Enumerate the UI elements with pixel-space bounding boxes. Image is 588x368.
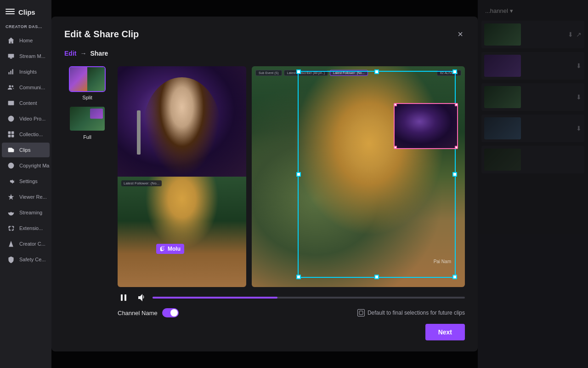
sidebar-item-extensions[interactable]: Extensio... bbox=[2, 221, 50, 236]
progress-fill bbox=[153, 297, 277, 299]
download-button-3[interactable]: ⬇ bbox=[576, 93, 582, 101]
handle-bm[interactable] bbox=[374, 275, 379, 279]
sidebar-item-settings[interactable]: Settings bbox=[2, 174, 50, 189]
sidebar-item-home[interactable]: Home bbox=[2, 33, 50, 48]
share-button-1[interactable]: ↗ bbox=[576, 31, 582, 38]
split-layout-thumb[interactable] bbox=[69, 66, 106, 92]
full-layout-thumb[interactable] bbox=[69, 106, 106, 132]
sidebar-item-stream-manager[interactable]: Stream M... bbox=[2, 49, 50, 63]
menu-icon[interactable] bbox=[6, 9, 15, 16]
download-button-4[interactable]: ⬇ bbox=[576, 125, 582, 132]
right-preview: Sub Event (S) Latest Subscriber (All pri… bbox=[252, 66, 465, 287]
sidebar-item-streaming[interactable]: Streaming bbox=[2, 205, 50, 220]
edit-area: Split Full bbox=[64, 66, 465, 340]
svg-rect-17 bbox=[121, 294, 123, 301]
modal-overlay: Edit & Share Clip × Edit → Share bbox=[51, 0, 478, 368]
sidebar-item-collections[interactable]: Collectio... bbox=[2, 127, 50, 142]
left-preview: Latest Follower: (No... Molu bbox=[118, 66, 246, 287]
handle-tr[interactable] bbox=[452, 69, 457, 74]
sidebar-item-insights[interactable]: Insights bbox=[2, 64, 50, 79]
streamer-name: Molu bbox=[168, 246, 181, 252]
nav-label-collections: Collectio... bbox=[19, 132, 43, 137]
clip-card-2: ⬇ bbox=[481, 52, 584, 80]
modal-header: Edit & Share Clip × bbox=[64, 28, 465, 40]
sidebar-item-safety[interactable]: Safety Ce... bbox=[2, 252, 50, 267]
breadcrumb: Edit → Share bbox=[64, 50, 465, 57]
button-row: Next bbox=[118, 324, 465, 340]
next-button[interactable]: Next bbox=[425, 324, 465, 340]
split-left-preview bbox=[70, 67, 87, 91]
svg-point-4 bbox=[9, 85, 11, 87]
pip-handle-tl[interactable] bbox=[394, 103, 397, 106]
game-view-small: Latest Follower: (No... Molu bbox=[118, 177, 246, 287]
clip-thumb-2 bbox=[484, 55, 521, 77]
pip-overlay[interactable] bbox=[394, 103, 458, 149]
svg-rect-1 bbox=[8, 72, 9, 75]
clip-actions-2: ⬇ bbox=[576, 62, 582, 69]
layout-option-full[interactable]: Full bbox=[64, 106, 110, 140]
modal-title: Edit & Share Clip bbox=[64, 29, 139, 40]
handle-mr[interactable] bbox=[452, 172, 457, 177]
pause-button[interactable] bbox=[118, 292, 130, 304]
channel-name-toggle[interactable] bbox=[162, 308, 179, 317]
sidebar-item-video-producer[interactable]: Video Pro... bbox=[2, 111, 50, 126]
svg-rect-0 bbox=[8, 54, 14, 58]
progress-bar[interactable] bbox=[153, 297, 465, 299]
svg-rect-3 bbox=[12, 69, 13, 74]
clip-thumb-3 bbox=[484, 86, 521, 108]
clip-actions-4: ⬇ bbox=[576, 125, 582, 132]
channel-name-label: Channel Name bbox=[118, 310, 158, 316]
download-button-1[interactable]: ⬇ bbox=[568, 31, 573, 38]
selection-box[interactable] bbox=[298, 71, 456, 278]
map-label: Pai Nam bbox=[434, 259, 451, 264]
sidebar-item-copyright[interactable]: © Copyright Manager bbox=[2, 158, 50, 173]
modal-close-button[interactable]: × bbox=[456, 28, 465, 40]
download-button-2[interactable]: ⬇ bbox=[576, 62, 582, 69]
svg-rect-8 bbox=[8, 132, 11, 134]
right-sidebar-header: ...hannel ▾ bbox=[481, 4, 584, 18]
volume-button[interactable] bbox=[135, 292, 147, 304]
default-icon bbox=[357, 309, 365, 316]
pip-handle-bl[interactable] bbox=[394, 146, 397, 149]
svg-rect-2 bbox=[10, 71, 11, 75]
chevron-down-icon: ▾ bbox=[510, 7, 513, 14]
latest-follower-text: Latest Follower: (No... bbox=[124, 181, 159, 185]
handle-tm[interactable] bbox=[374, 69, 379, 74]
pip-handle-tr[interactable] bbox=[455, 103, 458, 106]
svg-rect-16 bbox=[164, 247, 164, 249]
channel-dropdown[interactable]: ...hannel ▾ bbox=[485, 7, 513, 14]
sidebar-item-clips[interactable]: Clips bbox=[2, 143, 50, 157]
pip-handle-br[interactable] bbox=[455, 146, 458, 149]
handle-br[interactable] bbox=[452, 275, 457, 279]
nav-label-community: Communi... bbox=[19, 85, 45, 90]
handle-tl[interactable] bbox=[296, 69, 301, 74]
handle-ml[interactable] bbox=[296, 172, 301, 177]
nav-label-copyright: Copyright Manager bbox=[19, 163, 50, 168]
breadcrumb-share: Share bbox=[90, 50, 108, 57]
full-layout-label: Full bbox=[83, 134, 91, 140]
nav-label-home: Home bbox=[19, 38, 33, 43]
sidebar-item-viewer-rewards[interactable]: Viewer Re... bbox=[2, 190, 50, 204]
nav-label-safety: Safety Ce... bbox=[19, 257, 45, 262]
preview-container: Latest Follower: (No... Molu bbox=[118, 66, 465, 340]
sidebar-item-content[interactable]: Content bbox=[2, 96, 50, 110]
nav-label-extensions: Extensio... bbox=[19, 225, 43, 231]
nav-label-creator-camp: Creator C... bbox=[19, 241, 45, 247]
right-sidebar: ...hannel ▾ ⬇ ↗ ⬇ ⬇ ⬇ bbox=[478, 0, 588, 368]
nav-label-content: Content bbox=[19, 100, 37, 106]
sidebar-item-creator-camp[interactable]: Creator C... bbox=[2, 236, 50, 251]
clip-thumb-1 bbox=[484, 23, 521, 46]
breadcrumb-edit[interactable]: Edit bbox=[64, 50, 76, 57]
clip-card-3: ⬇ bbox=[481, 83, 584, 111]
clip-card-4: ⬇ bbox=[481, 115, 584, 142]
split-right-preview bbox=[87, 67, 105, 91]
streamer-cam-view bbox=[118, 66, 246, 177]
handle-bl[interactable] bbox=[296, 275, 301, 279]
sidebar-item-community[interactable]: Communi... bbox=[2, 80, 50, 95]
nav-label-streaming: Streaming bbox=[19, 210, 42, 215]
preview-panels: Latest Follower: (No... Molu bbox=[118, 66, 465, 287]
layout-selector: Split Full bbox=[64, 66, 110, 340]
channel-dropdown-label: ...hannel bbox=[485, 7, 508, 14]
layout-option-split[interactable]: Split bbox=[64, 66, 110, 100]
channel-name-left: Channel Name bbox=[118, 308, 179, 317]
